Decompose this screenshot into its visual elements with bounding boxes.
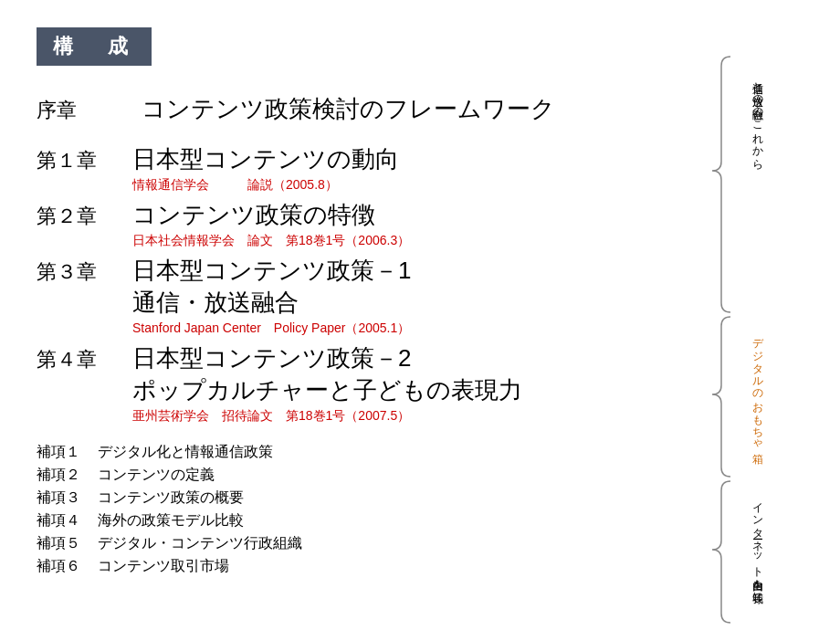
bracket-svg: 通信と放送の融合のこれから デジタルのおもちゃ箱 インターネット自由を我等に (703, 47, 803, 630)
supplement-3: 補項３ コンテンツ政策の概要 (37, 488, 703, 508)
chapter-3-title: 日本型コンテンツ政策－1 (132, 255, 411, 287)
chapter-1-entry: 第１章 日本型コンテンツの動向 情報通信学会 論説（2005.8） (37, 143, 703, 194)
chapter-2-entry: 第２章 コンテンツ政策の特徴 日本社会情報学会 論文 第18巻1号（2006.3… (37, 199, 703, 249)
supplement-4-num: 補項４ (37, 511, 87, 530)
chapter-4-source: 亜州芸術学会 招待論文 第18巻1号（2007.5） (132, 408, 703, 425)
chapter-2-num: 第２章 (37, 203, 114, 230)
chapter-4-entry: 第４章 日本型コンテンツ政策－2 ポップカルチャーと子どもの表現力 亜州芸術学会… (37, 342, 703, 425)
right-decorations: 通信と放送の融合のこれから デジタルのおもちゃ箱 インターネット自由を我等に (703, 93, 803, 580)
supplement-3-num: 補項３ (37, 488, 87, 508)
svg-text:通信と放送の融合のこれから: 通信と放送の融合のこれから (751, 75, 764, 170)
intro-title: コンテンツ政策検討のフレームワーク (142, 93, 555, 125)
main-container: 構 成 序章 コンテンツ政策検討のフレームワーク 第１章 日本型コンテンツの動向… (0, 0, 840, 598)
supplement-4-title: 海外の政策モデル比較 (98, 511, 244, 530)
intro-line: 序章 コンテンツ政策検討のフレームワーク (37, 93, 703, 125)
content-area: 序章 コンテンツ政策検討のフレームワーク 第１章 日本型コンテンツの動向 情報通… (37, 93, 803, 580)
chapter-1-source: 情報通信学会 論説（2005.8） (132, 177, 703, 194)
supplement-1-title: デジタル化と情報通信政策 (98, 443, 273, 462)
intro-num: 序章 (37, 97, 114, 124)
chapter-3-main-line: 第３章 日本型コンテンツ政策－1 (37, 255, 703, 287)
intro-chapter: 序章 コンテンツ政策検討のフレームワーク (37, 93, 703, 125)
chapter-4-title: 日本型コンテンツ政策－2 (132, 342, 411, 374)
supplement-3-title: コンテンツ政策の概要 (98, 488, 244, 508)
chapter-1-title: 日本型コンテンツの動向 (132, 143, 399, 175)
supplement-4: 補項４ 海外の政策モデル比較 (37, 511, 703, 530)
supplement-6: 補項６ コンテンツ取引市場 (37, 557, 703, 576)
supplement-5-num: 補項５ (37, 534, 87, 553)
chapter-3-entry: 第３章 日本型コンテンツ政策－1 通信・放送融合 Stanford Japan … (37, 255, 703, 337)
toc-section: 序章 コンテンツ政策検討のフレームワーク 第１章 日本型コンテンツの動向 情報通… (37, 93, 703, 580)
chapter-4-main-line: 第４章 日本型コンテンツ政策－2 (37, 342, 703, 374)
supplement-2: 補項２ コンテンツの定義 (37, 466, 703, 485)
supplement-5: 補項５ デジタル・コンテンツ行政組織 (37, 534, 703, 553)
chapter-4-num: 第４章 (37, 346, 114, 373)
supplement-2-num: 補項２ (37, 466, 87, 485)
chapter-2-title: コンテンツ政策の特徴 (132, 199, 375, 231)
svg-text:インターネット自由を我等に: インターネット自由を我等に (751, 495, 764, 604)
chapter-2-source: 日本社会情報学会 論文 第18巻1号（2006.3） (132, 233, 703, 249)
chapter-1-num: 第１章 (37, 147, 114, 174)
supplement-6-num: 補項６ (37, 557, 87, 576)
supplement-1: 補項１ デジタル化と情報通信政策 (37, 443, 703, 462)
svg-text:デジタルのおもちゃ箱: デジタルのおもちゃ箱 (751, 331, 764, 465)
title-badge: 構 成 (37, 27, 152, 66)
chapter-4-subtitle: ポップカルチャーと子どもの表現力 (132, 374, 703, 406)
supplement-1-num: 補項１ (37, 443, 87, 462)
chapter-1-main-line: 第１章 日本型コンテンツの動向 (37, 143, 703, 175)
supplement-6-title: コンテンツ取引市場 (98, 557, 229, 576)
supplements-section: 補項１ デジタル化と情報通信政策 補項２ コンテンツの定義 補項３ コンテンツ政… (37, 443, 703, 576)
chapter-2-main-line: 第２章 コンテンツ政策の特徴 (37, 199, 703, 231)
chapter-3-subtitle: 通信・放送融合 (132, 287, 703, 319)
supplement-2-title: コンテンツの定義 (98, 466, 215, 485)
chapter-3-num: 第３章 (37, 258, 114, 286)
supplement-5-title: デジタル・コンテンツ行政組織 (98, 534, 302, 553)
chapter-3-source: Stanford Japan Center Policy Paper（2005.… (132, 320, 703, 337)
